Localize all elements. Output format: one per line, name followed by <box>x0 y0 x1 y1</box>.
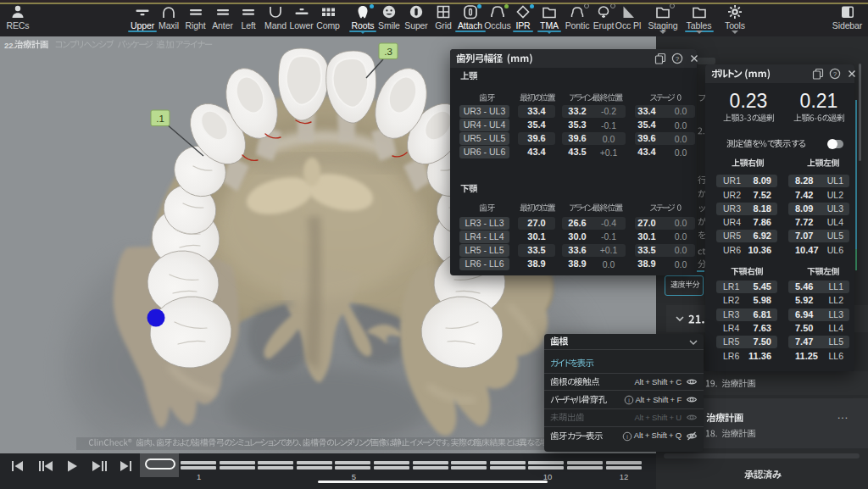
svg-text:i: i <box>628 397 630 403</box>
svg-text:.3: .3 <box>384 47 392 57</box>
svg-text:i: i <box>626 433 628 439</box>
svg-text:?: ? <box>676 55 680 63</box>
svg-text:.1: .1 <box>156 114 164 124</box>
svg-text:?: ? <box>833 70 837 78</box>
